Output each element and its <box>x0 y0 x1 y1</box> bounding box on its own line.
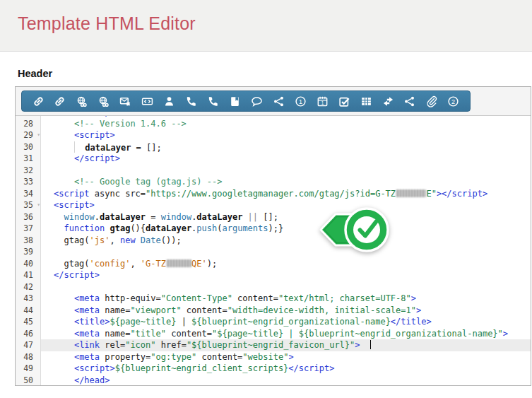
code-line-50[interactable]: 50 </head> <box>16 375 531 386</box>
code-line-text[interactable]: <script async src="https://www.googletag… <box>41 188 531 200</box>
code-line-33[interactable]: 33 <!-- Google tag (gtag.js) --> <box>16 176 531 188</box>
line-number: 39 <box>16 246 41 258</box>
code-line-32[interactable]: 32 <box>16 165 531 177</box>
address-book-icon[interactable] <box>228 95 241 107</box>
phone-call-alt-icon[interactable] <box>207 95 220 107</box>
line-number: 34 <box>16 188 41 200</box>
code-line-text[interactable]: <!-- Google tag (gtag.js) --> <box>41 176 531 188</box>
line-number: 47 <box>16 339 41 351</box>
code-line-35[interactable]: 35▾<script> <box>16 199 531 211</box>
event-calendar-icon[interactable]: 1 <box>316 95 329 107</box>
code-line-42[interactable]: 42 <box>16 281 531 293</box>
line-number: 36 <box>16 211 41 223</box>
insert-link-icon[interactable] <box>32 95 45 107</box>
phone-call-icon[interactable] <box>185 95 198 107</box>
code-line-46[interactable]: 46 <meta name="title" content="${page~ti… <box>16 328 531 340</box>
code-line-45[interactable]: 45 <title>${page~title} | ${blueprint~en… <box>16 316 531 328</box>
text-cursor <box>370 340 371 349</box>
code-line-39[interactable]: 39 <box>16 246 531 258</box>
section-label-header: Header <box>18 68 52 79</box>
line-number: 38 <box>16 235 41 247</box>
code-line-29[interactable]: 29▾ <script> <box>16 129 531 141</box>
code-line-text[interactable]: function gtag(){dataLayer.push(arguments… <box>41 223 531 235</box>
code-line-43[interactable]: 43 <meta http-equiv="Content-Type" conte… <box>16 293 531 305</box>
code-line-text[interactable]: window.dataLayer = window.dataLayer || [… <box>41 211 531 223</box>
code-line-text[interactable]: <!-- Version 1.4.6 --> <box>41 118 531 130</box>
line-number: 44 <box>16 305 41 317</box>
contact-profile-icon[interactable] <box>163 95 176 107</box>
line-number: 40 <box>16 258 41 270</box>
code-line-text[interactable]: <script>${blueprint~engrid_client_script… <box>41 363 531 375</box>
line-number: 48 <box>16 351 41 363</box>
code-line-text[interactable]: </script> <box>41 269 531 281</box>
code-line-text[interactable]: dataLayer = []; <box>41 141 531 153</box>
line-number: 28 <box>16 118 41 130</box>
check-badge-icon <box>317 204 393 256</box>
insert-code-icon[interactable] <box>141 95 154 107</box>
code-lines: 27 </script>28 <!-- Version 1.4.6 -->29▾… <box>16 116 531 385</box>
code-line-36[interactable]: 36 window.dataLayer = window.dataLayer |… <box>16 211 531 223</box>
code-line-text[interactable]: <script> <box>41 199 531 211</box>
fold-arrow-icon[interactable]: ▾ <box>37 129 40 141</box>
code-line-text[interactable]: gtag('js', new Date()); <box>41 235 531 247</box>
toolbar-icons: 112 <box>21 90 471 112</box>
code-line-text[interactable]: <meta name="viewport" content="width=dev… <box>41 305 531 317</box>
code-line-44[interactable]: 44 <meta name="viewport" content="width=… <box>16 305 531 317</box>
code-line-text[interactable]: </head> <box>41 375 531 386</box>
code-line-text[interactable]: </script> <box>41 153 531 165</box>
code-line-34[interactable]: 34<script async src="https://www.googlet… <box>16 188 531 200</box>
code-line-28[interactable]: 28 <!-- Version 1.4.6 --> <box>16 118 531 130</box>
code-line-text[interactable]: <meta property="og:type" content="websit… <box>41 351 531 363</box>
line-number: 30 <box>16 141 41 153</box>
svg-text:2: 2 <box>451 98 455 105</box>
page-title: Template HTML Editor <box>18 13 196 34</box>
transfer-pages-icon[interactable] <box>382 95 394 107</box>
code-line-text[interactable]: <link rel="icon" href="${blueprint~engri… <box>41 339 531 351</box>
step-one-icon[interactable]: 1 <box>294 95 307 107</box>
code-line-text[interactable]: <meta http-equiv="Content-Type" content=… <box>41 293 531 305</box>
code-line-30[interactable]: 30 dataLayer = []; <box>16 141 531 153</box>
code-line-31[interactable]: 31 </script> <box>16 153 531 165</box>
code-line-text[interactable]: gtag('config', 'G-TZQE'); <box>41 258 531 270</box>
code-line-47[interactable]: 47 <link rel="icon" href="${blueprint~en… <box>16 339 531 351</box>
editor-toolbar-zone: 112 <box>16 87 531 116</box>
geo-link-alt-icon[interactable] <box>97 95 110 107</box>
svg-text:1: 1 <box>321 100 324 105</box>
line-number: 32 <box>16 165 41 177</box>
line-number: 31 <box>16 153 41 165</box>
code-line-text[interactable]: <meta name="title" content="${page~title… <box>41 328 531 340</box>
line-number: 41 <box>16 269 41 281</box>
code-line-40[interactable]: 40 gtag('config', 'G-TZQE'); <box>16 258 531 270</box>
html-code-editor: 112 27 </script>28 <!-- Version 1.4.6 --… <box>15 86 531 386</box>
line-number: 50 <box>16 375 41 386</box>
code-line-text[interactable]: <script> <box>41 129 531 141</box>
code-line-text[interactable] <box>41 165 531 177</box>
form-checkbox-icon[interactable] <box>338 95 350 107</box>
code-line-text[interactable]: <title>${page~title} | ${blueprint~engri… <box>41 316 531 328</box>
line-number: 29▾ <box>16 129 41 141</box>
share-network-icon[interactable] <box>403 95 416 107</box>
code-line-49[interactable]: 49 <script>${blueprint~engrid_client_scr… <box>16 363 531 375</box>
unsubscribe-email-icon[interactable] <box>119 95 132 107</box>
share-links-icon[interactable] <box>272 95 285 107</box>
line-number: 45 <box>16 316 41 328</box>
line-number: 49 <box>16 363 41 375</box>
code-line-38[interactable]: 38 gtag('js', new Date()); <box>16 235 531 247</box>
redacted-id <box>396 189 426 197</box>
line-number: 42 <box>16 281 41 293</box>
insert-table-icon[interactable] <box>360 95 372 107</box>
code-line-48[interactable]: 48 <meta property="og:type" content="web… <box>16 351 531 363</box>
template-html-editor-page: Template HTML Editor Header 112 27 </scr… <box>0 0 532 398</box>
insert-named-link-icon[interactable] <box>54 95 66 107</box>
attach-file-icon[interactable] <box>425 95 438 107</box>
fold-arrow-icon[interactable]: ▾ <box>37 199 40 211</box>
code-line-41[interactable]: 41</script> <box>16 269 531 281</box>
code-line-37[interactable]: 37 function gtag(){dataLayer.push(argume… <box>16 223 531 235</box>
code-line-text[interactable] <box>41 281 531 293</box>
comment-bubble-icon[interactable] <box>250 95 263 107</box>
line-number: 43 <box>16 293 41 305</box>
geo-link-icon[interactable] <box>76 95 88 107</box>
code-line-text[interactable] <box>41 246 531 258</box>
step-two-icon[interactable]: 2 <box>447 95 460 107</box>
code-area[interactable]: 27 </script>28 <!-- Version 1.4.6 -->29▾… <box>16 116 531 385</box>
